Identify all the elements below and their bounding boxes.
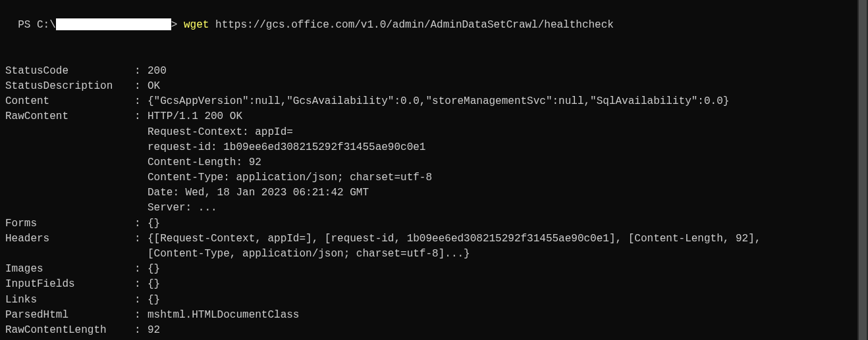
output-val: {}: [148, 277, 863, 292]
output-key: InputFields: [5, 277, 134, 292]
output-row-inputfields: InputFields:{}: [5, 277, 863, 292]
output-row-statuscode: StatusCode:200: [5, 64, 863, 79]
output-row-statusdescription: StatusDescription:OK: [5, 79, 863, 94]
output-key: Images: [5, 262, 134, 277]
output-sep: :: [134, 231, 148, 247]
output-row-content: Content:{"GcsAppVersion":null,"GcsAvaila…: [5, 94, 863, 109]
rawcontent-text: Date: Wed, 18 Jan 2023 06:21:42 GMT: [148, 185, 369, 201]
output-key: Forms: [5, 216, 134, 231]
redacted-path: [56, 18, 171, 30]
blank-line: [5, 33, 863, 63]
output-sep: :: [134, 262, 148, 277]
rawcontent-text: Request-Context: appId=: [148, 125, 293, 140]
output-sep: :: [134, 308, 148, 323]
output-row-rawcontent: RawContent:HTTP/1.1 200 OK: [5, 109, 863, 124]
prompt-suffix: >: [171, 19, 184, 31]
output-val: {}: [148, 293, 863, 308]
output-key: RawContentLength: [5, 323, 134, 338]
output-val: OK: [148, 79, 863, 94]
vertical-scrollbar[interactable]: [857, 0, 868, 340]
output-sep: :: [134, 293, 148, 308]
output-key: StatusCode: [5, 64, 134, 79]
output-key: StatusDescription: [5, 79, 134, 94]
rawcontent-text: request-id: 1b09ee6ed308215292f31455ae90…: [148, 140, 425, 155]
output-row-links: Links:{}: [5, 293, 863, 308]
rawcontent-line: Request-Context: appId=: [5, 125, 863, 140]
output-sep: :: [134, 109, 148, 124]
prompt-line[interactable]: PS C:\> wget https://gcs.office.com/v1.0…: [5, 3, 863, 33]
output-key: Content: [5, 94, 134, 109]
output-val: mshtml.HTMLDocumentClass: [148, 308, 863, 323]
headers-cont-text: [Content-Type, application/json; charset…: [148, 247, 470, 262]
rawcontent-text: Server: ...: [148, 201, 217, 216]
output-key: ParsedHtml: [5, 308, 134, 323]
rawcontent-line: Content-Length: 92: [5, 155, 863, 170]
rawcontent-line: Server: ...: [5, 201, 863, 216]
rawcontent-text: Content-Length: 92: [148, 155, 261, 170]
rawcontent-line: Date: Wed, 18 Jan 2023 06:21:42 GMT: [5, 185, 863, 201]
command-keyword: wget: [184, 19, 209, 31]
output-key: RawContent: [5, 109, 134, 124]
output-key: Headers: [5, 231, 134, 247]
output-val: 92: [148, 323, 863, 338]
rawcontent-line: Content-Type: application/json; charset=…: [5, 170, 863, 185]
command-argument: https://gcs.office.com/v1.0/admin/AdminD…: [209, 19, 614, 31]
output-val: 200: [148, 64, 863, 79]
output-sep: :: [134, 79, 148, 94]
scrollbar-thumb[interactable]: [859, 0, 867, 340]
output-sep: :: [134, 64, 148, 79]
rawcontent-text: Content-Type: application/json; charset=…: [148, 170, 432, 185]
output-val: {}: [148, 216, 863, 231]
output-sep: :: [134, 94, 148, 109]
output-row-forms: Forms:{}: [5, 216, 863, 231]
output-row-rawcontentlength: RawContentLength:92: [5, 323, 863, 338]
output-val: {"GcsAppVersion":null,"GcsAvailability":…: [148, 94, 863, 109]
output-sep: :: [134, 277, 148, 292]
prompt-prefix: PS C:\: [18, 19, 56, 31]
output-val: {[Request-Context, appId=], [request-id,…: [148, 231, 863, 247]
output-row-headers: Headers:{[Request-Context, appId=], [req…: [5, 231, 863, 247]
output-key: Links: [5, 293, 134, 308]
output-sep: :: [134, 216, 148, 231]
output-sep: :: [134, 323, 148, 338]
output-val: {}: [148, 262, 863, 277]
output-row-parsedhtml: ParsedHtml:mshtml.HTMLDocumentClass: [5, 308, 863, 323]
rawcontent-line: request-id: 1b09ee6ed308215292f31455ae90…: [5, 140, 863, 155]
headers-continuation: [Content-Type, application/json; charset…: [5, 247, 863, 262]
output-row-images: Images:{}: [5, 262, 863, 277]
output-val: HTTP/1.1 200 OK: [148, 109, 863, 124]
